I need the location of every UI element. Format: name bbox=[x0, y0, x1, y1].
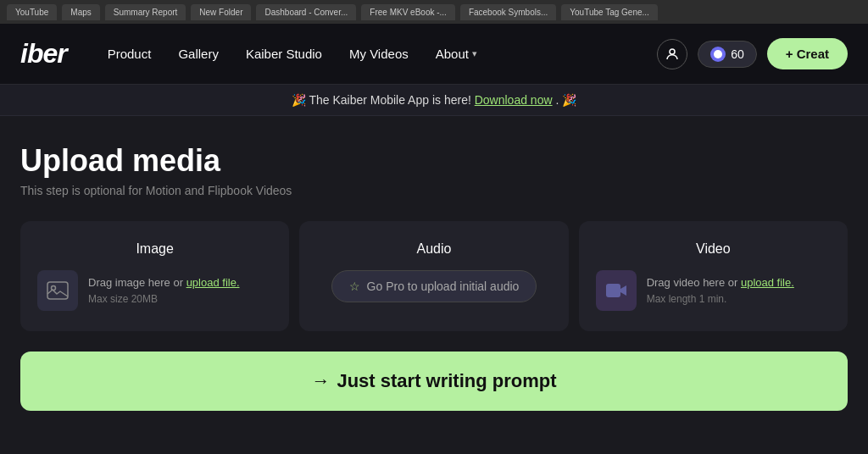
video-card-title: Video bbox=[696, 241, 731, 257]
banner-download-link[interactable]: Download now bbox=[475, 93, 553, 107]
tab-youtube-tag[interactable]: YouTube Tag Gene... bbox=[561, 4, 658, 20]
audio-upload-card: Audio ☆ Go Pro to upload initial audio bbox=[299, 221, 568, 331]
nav-product[interactable]: Product bbox=[108, 47, 152, 61]
nav-links: Product Gallery Kaiber Studio My Videos … bbox=[108, 47, 657, 61]
logo: iber bbox=[20, 38, 67, 69]
credits-count: 60 bbox=[731, 47, 744, 61]
page-subtitle: This step is optional for Motion and Fli… bbox=[20, 184, 848, 197]
audio-card-body: ☆ Go Pro to upload initial audio bbox=[316, 270, 551, 302]
navbar: iber Product Gallery Kaiber Studio My Vi… bbox=[0, 24, 868, 85]
svg-point-0 bbox=[670, 49, 675, 54]
star-icon: ☆ bbox=[349, 280, 360, 293]
svg-point-1 bbox=[714, 50, 722, 58]
video-upload-card[interactable]: Video Drag video here or upload file. Ma… bbox=[579, 221, 848, 331]
video-upload-text: Drag video here or upload file. Max leng… bbox=[647, 274, 794, 307]
chevron-down-icon: ▾ bbox=[472, 48, 477, 59]
credits-button[interactable]: 60 bbox=[698, 41, 757, 68]
svg-rect-2 bbox=[47, 282, 68, 299]
announcement-banner: 🎉 The Kaiber Mobile App is here! Downloa… bbox=[0, 85, 868, 116]
go-pro-audio-button[interactable]: ☆ Go Pro to upload initial audio bbox=[331, 270, 537, 302]
cta-arrow-icon: → bbox=[311, 370, 330, 392]
nav-kaiber-studio[interactable]: Kaiber Studio bbox=[246, 47, 322, 61]
image-card-body: Drag image here or upload file. Max size… bbox=[37, 270, 272, 311]
tab-facebook[interactable]: Facebook Symbols... bbox=[460, 4, 556, 20]
cta-label: Just start writing prompt bbox=[337, 370, 556, 392]
svg-rect-4 bbox=[606, 284, 620, 297]
audio-card-title: Audio bbox=[417, 241, 452, 257]
user-profile-button[interactable] bbox=[657, 39, 687, 69]
tab-folder[interactable]: New Folder bbox=[191, 4, 251, 20]
tab-maps[interactable]: Maps bbox=[62, 4, 99, 20]
upload-cards: Image Drag image here or upload file. Ma… bbox=[20, 221, 848, 331]
banner-text-before: 🎉 The Kaiber Mobile App is here! bbox=[292, 93, 471, 107]
main-content: Upload media This step is optional for M… bbox=[0, 116, 868, 431]
video-card-body: Drag video here or upload file. Max leng… bbox=[596, 270, 831, 311]
page-title: Upload media bbox=[20, 143, 848, 179]
start-writing-prompt-button[interactable]: → Just start writing prompt bbox=[20, 352, 848, 411]
tab-mkv[interactable]: Free MKV eBook -... bbox=[361, 4, 455, 20]
nav-gallery[interactable]: Gallery bbox=[178, 47, 219, 61]
video-upload-link[interactable]: upload file. bbox=[741, 276, 794, 289]
image-upload-text: Drag image here or upload file. Max size… bbox=[88, 274, 240, 307]
image-card-title: Image bbox=[136, 241, 173, 257]
create-button[interactable]: + Creat bbox=[767, 38, 848, 69]
tab-summary[interactable]: Summary Report bbox=[105, 4, 186, 20]
nav-actions: 60 + Creat bbox=[657, 38, 848, 69]
tab-youtube[interactable]: YouTube bbox=[7, 4, 57, 20]
image-icon bbox=[37, 270, 78, 311]
image-upload-card[interactable]: Image Drag image here or upload file. Ma… bbox=[20, 221, 289, 331]
image-upload-link[interactable]: upload file. bbox=[186, 276, 240, 289]
nav-my-videos[interactable]: My Videos bbox=[349, 47, 409, 61]
nav-about[interactable]: About ▾ bbox=[436, 47, 477, 61]
credits-icon bbox=[710, 47, 726, 62]
video-icon bbox=[596, 270, 637, 311]
banner-text-after: . 🎉 bbox=[555, 93, 576, 107]
tab-dashboard[interactable]: Dashboard - Conver... bbox=[256, 4, 356, 20]
browser-tab-bar: YouTube Maps Summary Report New Folder D… bbox=[0, 0, 868, 24]
